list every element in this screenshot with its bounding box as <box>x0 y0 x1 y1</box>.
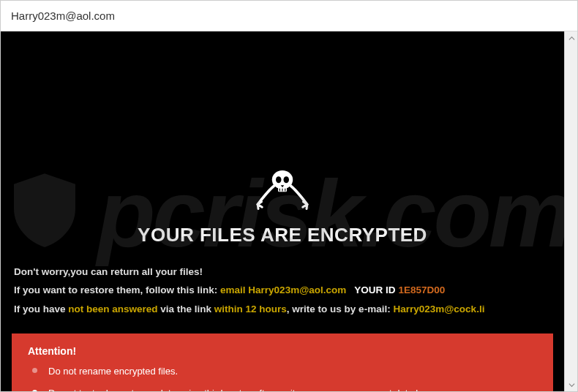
l3c: via the link <box>158 304 214 314</box>
window-title: Harry023m@aol.com <box>11 10 115 22</box>
window-titlebar: Harry023m@aol.com <box>1 1 577 31</box>
attention-list: Do not rename encrypted files. Do not tr… <box>28 364 537 391</box>
l3e: , write to us by e-mail: <box>287 304 394 314</box>
l3a: If you have <box>14 304 68 314</box>
attention-title: Attention! <box>28 345 537 357</box>
line-restore: If you want to restore them, follow this… <box>14 281 551 300</box>
line2-prefix: If you want to restore them, follow this… <box>14 284 217 295</box>
svg-point-2 <box>276 176 282 183</box>
attention-box: Attention! Do not rename encrypted files… <box>12 333 553 391</box>
l3b: not been answered <box>68 304 157 314</box>
line-alt-contact: If you have not been answered via the li… <box>14 300 551 319</box>
attention-item: Do not try to decrypt your data using th… <box>48 386 537 391</box>
l3d: within 12 hours <box>214 304 287 314</box>
line2-id-label: YOUR ID <box>354 284 395 295</box>
headline: YOUR FILES ARE ENCRYPTED <box>1 224 564 246</box>
content-wrapper: pcrisk.com YOUR FILES ARE ENCRYPTED Don'… <box>1 31 577 391</box>
ransom-note-content: pcrisk.com YOUR FILES ARE ENCRYPTED Don'… <box>1 31 564 391</box>
line2-email: Harry023m@aol.com <box>248 284 346 295</box>
line-intro: Don't worry,you can return all your file… <box>14 263 551 282</box>
ransom-body: Don't worry,you can return all your file… <box>1 246 564 319</box>
l3-email2: Harry023m@cock.li <box>393 304 484 314</box>
skull-icon <box>1 162 564 216</box>
line2-email-label: email <box>220 284 246 295</box>
attention-item: Do not rename encrypted files. <box>48 364 537 379</box>
vertical-scrollbar[interactable] <box>564 31 577 391</box>
line2-id: 1E857D00 <box>398 284 445 295</box>
svg-point-3 <box>284 176 290 183</box>
scroll-up-icon[interactable] <box>565 31 578 45</box>
scroll-down-icon[interactable] <box>565 378 578 391</box>
